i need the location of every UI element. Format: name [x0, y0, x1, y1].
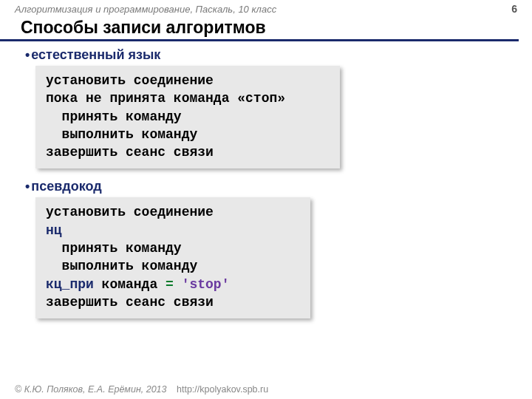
slide-footer: © К.Ю. Поляков, Е.А. Ерёмин, 2013 http:/… — [15, 384, 268, 395]
string-stop: 'stop' — [174, 277, 230, 292]
code-line: выполнить команду — [46, 259, 197, 273]
keyword-nc: нц — [46, 223, 62, 238]
bullet-pseudo: • псевдокод — [25, 179, 502, 194]
code-line: принять команду — [46, 241, 182, 256]
footer-link: http://kpolyakov.spb.ru — [177, 384, 268, 395]
bullet-icon: • — [25, 48, 30, 61]
code-line: установить соединение — [46, 205, 214, 219]
section-natural-language: • естественный язык установить соединени… — [0, 47, 532, 179]
code-natural: установить соединение пока не принята ко… — [35, 66, 340, 168]
code-line: принять команду — [46, 109, 182, 124]
code-pseudo: установить соединение нц принять команду… — [35, 197, 310, 318]
code-line: пока не принята команда «стоп» — [46, 91, 285, 106]
page-number: 6 — [511, 3, 517, 15]
bullet-label: естественный язык — [31, 47, 160, 63]
operator-eq: = — [166, 277, 174, 292]
course-name: Алгоритмизация и программирование, Паска… — [15, 4, 276, 15]
slide-title: Способы записи алгоритмов — [0, 16, 519, 41]
keyword-kc: кц_при — [46, 277, 94, 292]
bullet-label: псевдокод — [31, 179, 101, 194]
bullet-natural: • естественный язык — [25, 47, 502, 63]
code-line: завершить сеанс связи — [46, 295, 214, 310]
code-line: выполнить команду — [46, 127, 197, 142]
bullet-icon: • — [25, 180, 30, 193]
slide-header: Алгоритмизация и программирование, Паска… — [0, 0, 532, 16]
section-pseudocode: • псевдокод установить соединение нц при… — [0, 179, 532, 329]
code-line: завершить сеанс связи — [46, 145, 214, 160]
copyright: © К.Ю. Поляков, Е.А. Ерёмин, 2013 — [15, 384, 167, 395]
cond-word: команда — [94, 277, 166, 292]
code-line: установить соединение — [46, 73, 214, 88]
